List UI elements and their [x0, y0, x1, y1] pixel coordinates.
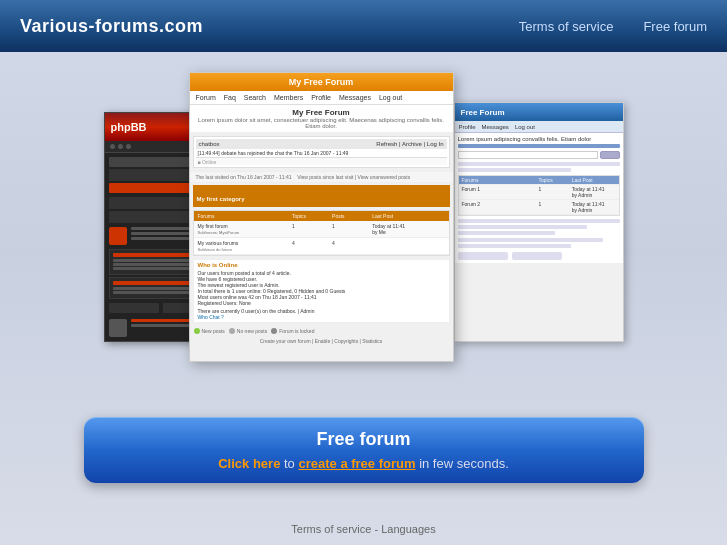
main-nav: Terms of service Free forum	[519, 19, 707, 34]
forum-logo: My Free Forum	[196, 77, 447, 87]
screenshot-collage: phpBB	[104, 72, 624, 392]
phpbb-logo: phpBB	[111, 121, 147, 133]
table-row: My various forumsSubforum du forum 4 4	[194, 238, 449, 255]
footer-terms[interactable]: Terms of service	[291, 523, 371, 535]
cta-suffix: in few seconds.	[416, 456, 509, 471]
click-here-link[interactable]: Click here	[218, 456, 280, 471]
cta-description: Click here to create a free forum in few…	[104, 456, 624, 471]
forum-legend: New posts No new posts Forum is locked	[190, 326, 453, 336]
chatbox-input[interactable]: ■ Online	[196, 157, 447, 165]
forum-orange-header: My Free Forum	[190, 73, 453, 91]
forum-category-header: My first category	[193, 185, 450, 207]
forum-chatbox: chatbox Refresh | Archive | Log In [11:4…	[193, 136, 450, 168]
right-body: Lorem ipsum adipiscing convallis felis. …	[455, 133, 623, 263]
footer-languages[interactable]: Languages	[381, 523, 435, 535]
main-content: phpBB	[0, 52, 727, 545]
main-forum-screenshot: My Free Forum Forum Faq Search Members P…	[189, 72, 454, 362]
forum-subtitle: Lorem ipsum dolor sit amet, consectetuer…	[196, 117, 447, 129]
cta-to: to	[280, 456, 298, 471]
cta-banner: Free forum Click here to create a free f…	[84, 417, 644, 483]
chatbox-header: chatbox Refresh | Archive | Log In	[196, 139, 447, 149]
right-nav: Profile Messages Log out	[455, 121, 623, 133]
create-forum-link[interactable]: create a free forum	[298, 456, 415, 471]
logo-text: Various-forums.com	[20, 16, 203, 36]
forum-table: Forums Topics Posts Last Post My first f…	[193, 210, 450, 256]
right-header: Free Forum	[455, 103, 623, 121]
forum-title-section: My Free Forum Lorem ipsum dolor sit amet…	[190, 105, 453, 133]
footer-separator: -	[371, 523, 381, 535]
right-table: Forums Topics Last Post Forum 1 1 Today …	[458, 175, 620, 216]
right-forum-screenshot: Free Forum Profile Messages Log out Lore…	[454, 102, 624, 342]
forum-nav-bar: Forum Faq Search Members Profile Message…	[190, 91, 453, 105]
chatbox-message: [11:49:44] debate has rejoined the chat …	[196, 149, 447, 157]
forum-table-header: Forums Topics Posts Last Post	[194, 211, 449, 221]
forum-main-title: My Free Forum	[196, 108, 447, 117]
forum-who-online: Who is Online Our users forum posted a t…	[193, 259, 450, 323]
forum-footer: Create your own forum | Enable | Copyrig…	[190, 336, 453, 346]
nav-terms[interactable]: Terms of service	[519, 19, 614, 34]
footer: Terms of service - Languages	[291, 515, 435, 545]
header: Various-forums.com Terms of service Free…	[0, 0, 727, 52]
right-search	[458, 151, 620, 159]
logo: Various-forums.com	[20, 16, 203, 37]
forum-stats-bar: The last visited on Thu 16 Jan 2007 - 11…	[190, 171, 453, 183]
table-row: My first forumSubforums: MystForum 1 1 T…	[194, 221, 449, 238]
cta-title: Free forum	[104, 429, 624, 450]
nav-free-forum[interactable]: Free forum	[643, 19, 707, 34]
right-header-text: Free Forum	[461, 108, 505, 117]
category-title: My first category	[197, 196, 245, 202]
